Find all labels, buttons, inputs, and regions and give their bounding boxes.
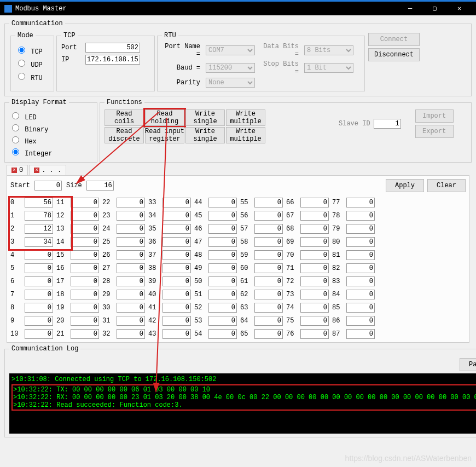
reg-input[interactable] [254,316,283,326]
reg-input[interactable] [162,276,191,286]
stopbits-select[interactable]: 1 Bit [304,63,353,73]
df-integer-radio[interactable]: Integer [9,147,92,158]
reg-input[interactable] [208,263,237,273]
clear-button[interactable]: Clear [427,179,466,192]
tab-0[interactable]: ×0 [7,165,28,175]
reg-input[interactable] [25,224,53,234]
reg-input[interactable] [300,211,329,221]
reg-input[interactable] [117,198,145,207]
reg-input[interactable] [300,250,329,260]
reg-input[interactable] [254,290,283,299]
write-single-1-button[interactable]: Write single [185,109,225,126]
mode-udp-radio[interactable]: UDP [15,58,49,69]
reg-input[interactable] [71,263,99,273]
reg-input[interactable] [71,211,99,221]
reg-input[interactable] [300,290,329,299]
reg-input[interactable] [162,237,191,247]
reg-input[interactable] [208,211,237,221]
reg-input[interactable] [254,276,283,286]
read-input-register-button[interactable]: Read input register [145,127,184,143]
pause-button[interactable]: Pause [460,358,476,371]
close-tab-icon[interactable]: × [34,168,39,173]
reg-input[interactable] [71,276,99,286]
reg-input[interactable] [117,237,145,247]
ip-input[interactable] [85,55,140,65]
reg-input[interactable] [71,329,99,339]
maximize-button[interactable]: ▢ [422,1,447,16]
reg-input[interactable] [162,316,191,326]
reg-input[interactable] [300,329,329,339]
df-binary-radio[interactable]: Binary [9,123,92,134]
reg-input[interactable] [208,290,237,299]
reg-input[interactable] [208,224,237,234]
reg-input[interactable] [300,276,329,286]
reg-input[interactable] [300,237,329,247]
disconnect-button[interactable]: Disconnect [368,48,420,61]
reg-input[interactable] [162,224,191,234]
mode-tcp-radio[interactable]: TCP [15,45,49,56]
close-tab-icon[interactable]: × [11,168,17,173]
reg-input[interactable] [346,290,375,299]
reg-input[interactable] [254,224,283,234]
reg-input[interactable] [346,198,375,207]
reg-input[interactable] [25,237,53,247]
reg-input[interactable] [300,316,329,326]
reg-input[interactable] [25,198,53,207]
reg-input[interactable] [346,237,375,247]
reg-input[interactable] [71,290,99,299]
reg-input[interactable] [25,276,53,286]
databits-select[interactable]: 8 Bits [304,45,353,55]
export-button[interactable]: Export [415,125,454,138]
reg-input[interactable] [71,237,99,247]
df-hex-radio[interactable]: Hex [9,135,92,146]
reg-input[interactable] [25,250,53,260]
reg-input[interactable] [208,250,237,260]
reg-input[interactable] [208,198,237,207]
reg-input[interactable] [346,224,375,234]
close-button[interactable]: ✕ [447,1,472,16]
mode-rtu-radio[interactable]: RTU [15,71,49,82]
reg-input[interactable] [71,198,99,207]
reg-input[interactable] [71,250,99,260]
slave-id-input[interactable] [374,119,401,129]
reg-input[interactable] [71,303,99,313]
reg-input[interactable] [162,198,191,207]
reg-input[interactable] [117,224,145,234]
baud-select[interactable]: 115200 [206,63,255,73]
reg-input[interactable] [25,263,53,273]
reg-input[interactable] [300,198,329,207]
reg-input[interactable] [117,263,145,273]
parity-select[interactable]: None [206,78,255,88]
reg-input[interactable] [254,303,283,313]
reg-input[interactable] [208,276,237,286]
reg-input[interactable] [346,263,375,273]
reg-input[interactable] [346,303,375,313]
minimize-button[interactable]: — [398,1,422,16]
reg-input[interactable] [162,329,191,339]
reg-input[interactable] [117,250,145,260]
reg-input[interactable] [254,263,283,273]
reg-input[interactable] [300,263,329,273]
reg-input[interactable] [162,303,191,313]
reg-input[interactable] [346,316,375,326]
reg-input[interactable] [162,250,191,260]
reg-input[interactable] [71,224,99,234]
portname-select[interactable]: COM7 [206,45,255,55]
reg-input[interactable] [254,329,283,339]
apply-button[interactable]: Apply [386,179,424,192]
reg-input[interactable] [254,211,283,221]
reg-input[interactable] [208,316,237,326]
connect-button[interactable]: Connect [368,33,420,46]
reg-input[interactable] [208,303,237,313]
read-discrete-button[interactable]: Read discrete [105,127,144,143]
reg-input[interactable] [162,290,191,299]
write-multiple-2-button[interactable]: Write multiple [226,127,265,143]
read-coils-button[interactable]: Read coils [105,109,144,126]
reg-input[interactable] [346,250,375,260]
reg-input[interactable] [254,237,283,247]
reg-input[interactable] [208,329,237,339]
reg-input[interactable] [117,303,145,313]
reg-input[interactable] [162,263,191,273]
port-input[interactable] [85,43,140,53]
reg-input[interactable] [254,198,283,207]
